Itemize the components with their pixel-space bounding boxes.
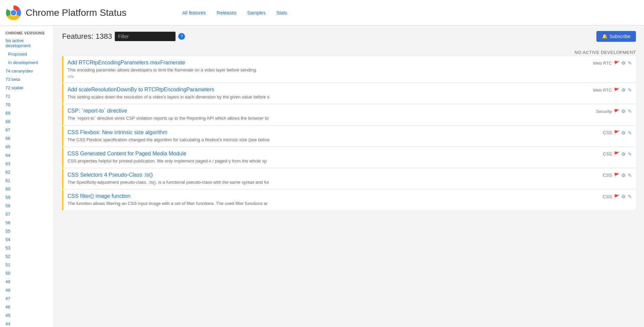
feature-flag-icon[interactable]: 🚩 [614, 173, 619, 178]
feature-title[interactable]: Add scaleResolutionDownBy to RTCRtpEncod… [68, 87, 590, 93]
tab-all-features[interactable]: All features [177, 7, 211, 18]
feature-flag-icon[interactable]: 🚩 [614, 61, 619, 66]
feature-category: Security [596, 109, 612, 114]
feature-title[interactable]: CSS filter() image function [68, 193, 600, 199]
feature-settings-icon[interactable]: ⚙ [621, 60, 626, 66]
sidebar-version-item[interactable]: 68 [0, 117, 54, 126]
sidebar-version-item[interactable]: 54 [0, 235, 54, 244]
feature-flag-icon[interactable]: 🚩 [614, 194, 619, 199]
feature-item: CSS filter() image functionCSS🚩⚙✎The fun… [62, 190, 636, 210]
feature-title[interactable]: Add RTCRtpEncodingParameters.maxFramerat… [68, 60, 590, 66]
sidebar-version-item[interactable]: 52 [0, 252, 54, 261]
feature-category: Web RTC [593, 61, 612, 66]
main-content: Features: 1383 ? 🔔 Subscribe NO ACTIVE D… [54, 26, 644, 327]
feature-edit-icon[interactable]: ✎ [628, 173, 632, 178]
feature-item: CSS Generated Content for Paged Media Mo… [62, 147, 636, 168]
feature-item: Add scaleResolutionDownBy to RTCRtpEncod… [62, 83, 636, 104]
sidebar-version-item[interactable]: 64 [0, 151, 54, 159]
sidebar-version-item[interactable]: 71 [0, 92, 54, 100]
feature-settings-icon[interactable]: ⚙ [621, 173, 626, 178]
sidebar-version-item[interactable]: 46 [0, 303, 54, 311]
sidebar-item-in-development[interactable]: In development [0, 58, 54, 67]
sidebar-version-item[interactable]: 51 [0, 261, 54, 269]
layout: CHROME VERSIONS No active development Pr… [0, 26, 644, 327]
feature-settings-icon[interactable]: ⚙ [621, 130, 626, 136]
logo-area: Chrome Platform Status [5, 5, 174, 21]
feature-settings-icon[interactable]: ⚙ [621, 151, 626, 157]
bell-icon: 🔔 [602, 34, 608, 39]
sidebar-version-item[interactable]: 44 [0, 320, 54, 327]
sidebar-version-item[interactable]: 67 [0, 126, 54, 134]
feature-title[interactable]: CSP: `report-to` directive [68, 108, 593, 114]
features-header: Features: 1383 ? 🔔 Subscribe [62, 31, 636, 42]
feature-title[interactable]: CSS Selectors 4 Pseudo-Class :is() [68, 172, 600, 178]
sidebar-version-item[interactable]: 74 canary/dev [0, 67, 54, 75]
feature-flag-icon[interactable]: 🚩 [614, 88, 619, 93]
feature-item: CSS Selectors 4 Pseudo-Class :is()CSS🚩⚙✎… [62, 169, 636, 189]
help-icon[interactable]: ? [178, 33, 185, 40]
chrome-logo-icon [5, 5, 22, 21]
feature-edit-icon[interactable]: ✎ [628, 151, 632, 157]
feature-edit-icon[interactable]: ✎ [628, 87, 632, 93]
feature-edit-icon[interactable]: ✎ [628, 130, 632, 136]
feature-item: Add RTCRtpEncodingParameters.maxFramerat… [62, 56, 636, 83]
section-header-no-active-dev: NO ACTIVE DEVELOPMENT [62, 47, 636, 56]
feature-flag-icon[interactable]: 🚩 [614, 109, 619, 114]
feature-description: The function allows filtering an CSS inp… [68, 201, 270, 207]
sidebar-version-item[interactable]: 69 [0, 109, 54, 117]
tab-stats[interactable]: Stats [271, 7, 293, 18]
feature-flag-icon[interactable]: 🚩 [614, 130, 619, 135]
features-count-value: 1383 [96, 32, 112, 40]
sidebar-version-item[interactable]: 63 [0, 159, 54, 168]
feature-version: n/a [68, 74, 632, 79]
sidebar-version-item[interactable]: 47 [0, 294, 54, 303]
feature-description: The `report-to` directive wires CSP viol… [68, 115, 270, 121]
sidebar-version-item[interactable]: 70 [0, 100, 54, 109]
feature-edit-icon[interactable]: ✎ [628, 194, 632, 199]
feature-item: CSP: `report-to` directiveSecurity🚩⚙✎The… [62, 105, 636, 125]
site-title: Chrome Platform Status [26, 7, 127, 19]
feature-settings-icon[interactable]: ⚙ [621, 109, 626, 114]
sidebar-version-item[interactable]: 62 [0, 168, 54, 176]
sidebar-version-item[interactable]: 49 [0, 277, 54, 286]
feature-category: CSS [603, 151, 612, 156]
sidebar: CHROME VERSIONS No active development Pr… [0, 26, 54, 327]
feature-edit-icon[interactable]: ✎ [628, 60, 632, 66]
sidebar-item-no-active[interactable]: No active development [0, 36, 54, 50]
feature-title[interactable]: CSS Generated Content for Paged Media Mo… [68, 151, 600, 157]
sidebar-version-item[interactable]: 57 [0, 210, 54, 218]
sidebar-version-item[interactable]: 56 [0, 218, 54, 227]
sidebar-version-item[interactable]: 59 [0, 193, 54, 202]
feature-meta: CSS🚩⚙✎ [603, 173, 632, 178]
sidebar-version-item[interactable]: 53 [0, 244, 54, 252]
sidebar-version-item[interactable]: 58 [0, 202, 54, 210]
sidebar-version-item[interactable]: 72 stable [0, 84, 54, 92]
filter-input[interactable] [115, 32, 176, 41]
sidebar-version-item[interactable]: 50 [0, 269, 54, 277]
sidebar-version-item[interactable]: 55 [0, 227, 54, 235]
sidebar-version-item[interactable]: 66 [0, 134, 54, 143]
feature-description: The Specificity-adjustment pseudo-class,… [68, 179, 270, 185]
sidebar-version-item[interactable]: 65 [0, 143, 54, 151]
feature-meta: CSS🚩⚙✎ [603, 130, 632, 136]
feature-category: CSS [603, 130, 612, 135]
feature-title[interactable]: CSS Flexbox: New intrinsic size algorith… [68, 129, 600, 136]
feature-settings-icon[interactable]: ⚙ [621, 194, 626, 199]
nav-tabs: All features Releases Samples Stats [177, 7, 293, 18]
subscribe-button[interactable]: 🔔 Subscribe [596, 31, 636, 42]
tab-releases[interactable]: Releases [211, 7, 242, 18]
feature-flag-icon[interactable]: 🚩 [614, 151, 619, 156]
sidebar-version-item[interactable]: 45 [0, 311, 54, 320]
sidebar-item-proposed[interactable]: Proposed [0, 50, 54, 58]
sidebar-version-item[interactable]: 60 [0, 185, 54, 193]
feature-edit-icon[interactable]: ✎ [628, 109, 632, 114]
sidebar-section-title: CHROME VERSIONS [0, 28, 54, 36]
feature-settings-icon[interactable]: ⚙ [621, 87, 626, 93]
sidebar-version-item[interactable]: 73 beta [0, 75, 54, 84]
sidebar-version-item[interactable]: 48 [0, 286, 54, 294]
feature-description: The CSS Flexbox specification changed th… [68, 137, 270, 143]
feature-meta: Web RTC🚩⚙✎ [593, 87, 632, 93]
sidebar-version-item[interactable]: 61 [0, 176, 54, 185]
feature-meta: CSS🚩⚙✎ [603, 194, 632, 199]
tab-samples[interactable]: Samples [242, 7, 271, 18]
